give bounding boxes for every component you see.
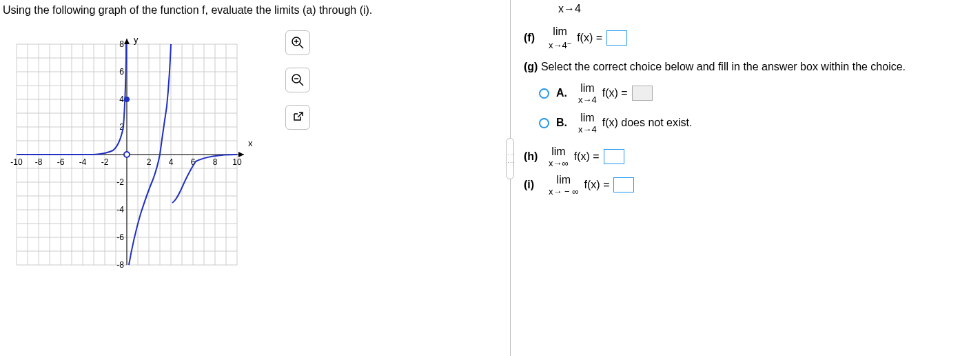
label-h: (h) bbox=[524, 150, 542, 163]
zoom-in-icon bbox=[291, 36, 305, 50]
choice-a: A. lim x→4 f(x) = bbox=[539, 83, 972, 104]
label-choice-b: B. bbox=[556, 117, 570, 129]
svg-text:4: 4 bbox=[169, 157, 174, 167]
svg-text:10: 10 bbox=[232, 157, 242, 167]
svg-text:-6: -6 bbox=[57, 157, 65, 167]
label-i: (i) bbox=[524, 179, 542, 191]
svg-text:-4: -4 bbox=[116, 205, 124, 215]
svg-text:-6: -6 bbox=[116, 233, 124, 242]
answer-input-i[interactable] bbox=[613, 177, 634, 192]
left-column: Using the following graph of the functio… bbox=[3, 0, 506, 293]
question-i: (i) lim x→ − ∞ f(x) = bbox=[524, 175, 972, 196]
graph-area: x y -10 -8 -6 -4 -2 2 4 6 8 10 -8 -6 -4 … bbox=[3, 30, 320, 293]
fx-i: f(x) = bbox=[584, 179, 610, 191]
svg-marker-41 bbox=[124, 39, 130, 44]
svg-text:8: 8 bbox=[213, 157, 218, 167]
label-g: (g) bbox=[524, 61, 538, 72]
question-h: (h) lim x→∞ f(x) = bbox=[524, 146, 972, 168]
zoom-out-icon bbox=[291, 73, 305, 87]
closed-point bbox=[124, 97, 130, 102]
divider-handle[interactable]: ⋮⋮ bbox=[506, 138, 514, 179]
answer-input-f[interactable] bbox=[606, 30, 627, 46]
radio-a[interactable] bbox=[539, 88, 549, 99]
svg-line-61 bbox=[300, 44, 304, 48]
top-approach-line: x→4 bbox=[558, 3, 972, 15]
right-column: x→4 (f) lim x→4− f(x) = (g) Select the c… bbox=[524, 0, 972, 203]
limit-g-a: lim x→4 bbox=[578, 83, 597, 104]
graph-toolbar bbox=[285, 30, 310, 130]
choice-b: B. lim x→4 f(x) does not exist. bbox=[539, 112, 972, 134]
x-axis-label: x bbox=[248, 138, 253, 148]
limit-i: lim x→ − ∞ bbox=[549, 175, 579, 196]
svg-text:-8: -8 bbox=[116, 260, 124, 270]
question-f: (f) lim x→4− f(x) = bbox=[524, 26, 972, 50]
label-f: (f) bbox=[524, 32, 542, 44]
limit-g-b: lim x→4 bbox=[578, 112, 597, 134]
label-choice-a: A. bbox=[556, 87, 570, 99]
svg-text:-8: -8 bbox=[35, 157, 43, 167]
fx-h: f(x) = bbox=[574, 150, 600, 163]
svg-text:8: 8 bbox=[119, 39, 124, 49]
g-instruction: Select the correct choice below and fill… bbox=[541, 61, 906, 72]
limit-h: lim x→∞ bbox=[549, 146, 569, 168]
zoom-in-button[interactable] bbox=[285, 30, 310, 55]
fx-g-b: f(x) does not exist. bbox=[602, 117, 693, 129]
zoom-out-button[interactable] bbox=[285, 68, 310, 92]
svg-line-67 bbox=[298, 112, 303, 117]
svg-marker-39 bbox=[238, 152, 244, 157]
popout-icon bbox=[292, 111, 304, 123]
svg-text:6: 6 bbox=[119, 67, 124, 77]
svg-text:-2: -2 bbox=[101, 157, 109, 167]
limit-f: lim x→4− bbox=[549, 26, 571, 50]
svg-text:-4: -4 bbox=[79, 157, 87, 167]
svg-text:4: 4 bbox=[119, 95, 124, 104]
y-axis-label: y bbox=[134, 34, 139, 45]
popout-button[interactable] bbox=[285, 105, 310, 130]
svg-text:-10: -10 bbox=[10, 157, 23, 167]
graph-svg: x y -10 -8 -6 -4 -2 2 4 6 8 10 -8 -6 -4 … bbox=[3, 30, 278, 279]
top-approach-text: x→4 bbox=[558, 3, 581, 15]
svg-line-65 bbox=[300, 81, 304, 86]
open-point bbox=[124, 152, 130, 157]
answer-input-g-a[interactable] bbox=[632, 86, 653, 101]
grip-icon: ⋮⋮ bbox=[509, 151, 511, 166]
answer-input-h[interactable] bbox=[604, 149, 624, 164]
question-prompt: Using the following graph of the functio… bbox=[3, 0, 506, 23]
fx-g-a: f(x) = bbox=[602, 87, 628, 99]
svg-text:-2: -2 bbox=[116, 177, 124, 187]
svg-text:2: 2 bbox=[147, 157, 152, 167]
question-g: (g) Select the correct choice below and … bbox=[524, 59, 972, 75]
radio-b[interactable] bbox=[539, 118, 549, 128]
fx-f: f(x) = bbox=[577, 32, 602, 44]
